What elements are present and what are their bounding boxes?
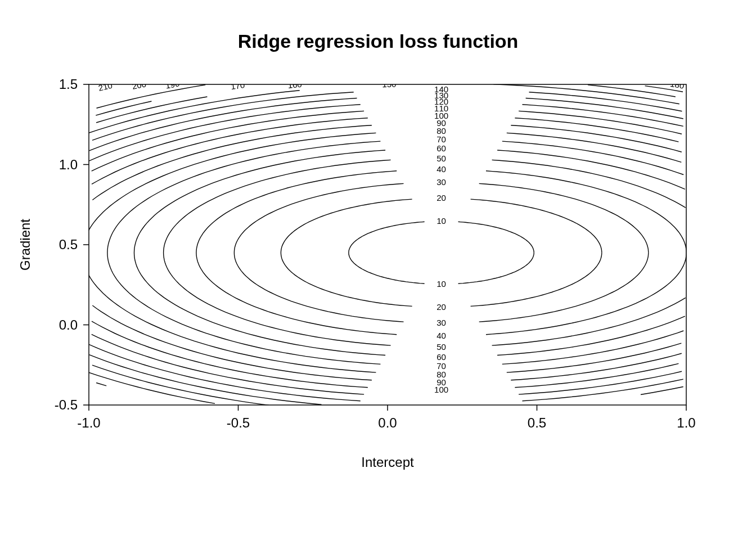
contour-line: [458, 253, 534, 284]
contour-line: [107, 141, 381, 364]
contour-line: [349, 222, 425, 284]
contour-line: [281, 199, 412, 306]
contour-label: 30: [436, 318, 446, 327]
contour-line: [92, 365, 269, 405]
y-tick-label: 1.0: [59, 157, 78, 172]
contour-line: [234, 183, 403, 322]
contour-label: 160: [287, 79, 303, 90]
contour-line: [89, 344, 361, 400]
contour-line: [523, 379, 683, 401]
contour-line: [523, 105, 683, 127]
contour-line: [89, 372, 215, 403]
x-tick-label: 0.5: [528, 415, 546, 430]
contour-line: [507, 133, 682, 162]
contour-line: [196, 171, 397, 335]
contour-label: 210: [97, 80, 113, 93]
x-tick-label: 1.0: [677, 415, 695, 430]
contour-line: [502, 141, 683, 174]
contour-line: [479, 253, 649, 322]
contour-label: 20: [436, 302, 446, 312]
contour-line: [92, 305, 372, 380]
contour-line: [511, 125, 682, 152]
contour-label: 180: [669, 79, 685, 91]
contour-line: [519, 371, 682, 394]
contour-line: [502, 331, 683, 364]
contour-line: [492, 160, 686, 208]
contour-line: [641, 387, 683, 395]
x-tick-label: 0.0: [378, 415, 397, 430]
contour-label: 10: [436, 279, 446, 289]
contour-line: [89, 133, 376, 230]
y-tick-label: 0.5: [59, 237, 78, 252]
contour-label: 170: [230, 80, 245, 91]
contour-line: [89, 91, 300, 133]
contour-line: [492, 298, 686, 345]
contour-line: [529, 92, 682, 111]
contour-line: [164, 160, 391, 345]
contour-line: [96, 101, 151, 115]
contour-label: 20: [436, 193, 446, 202]
contour-label: 10: [436, 216, 446, 226]
contour-line: [588, 85, 676, 97]
contour-plot: Ridge regression loss function -1.0-0.50…: [0, 0, 756, 540]
contour-line: [493, 84, 679, 104]
y-tick-label: 1.5: [59, 76, 78, 92]
contour-label: 50: [436, 342, 446, 352]
contour-label: 40: [436, 331, 446, 340]
chart-title: Ridge regression loss function: [238, 30, 519, 52]
contour-label: 140: [434, 84, 448, 94]
contour-line: [526, 98, 683, 119]
contour-label: 200: [131, 79, 147, 91]
contour-line: [515, 363, 678, 387]
x-tick-label: -0.5: [227, 415, 250, 430]
contour-line: [511, 353, 682, 380]
contour-line: [89, 275, 376, 372]
contour-line: [479, 183, 649, 253]
contour-line: [458, 222, 534, 253]
contour-line: [92, 125, 372, 200]
contour-line: [519, 111, 682, 134]
contour-label: 60: [436, 143, 446, 153]
y-axis-label: Gradient: [17, 219, 33, 271]
contour-label: 70: [436, 134, 446, 144]
contour-line: [96, 97, 207, 123]
contour-label: 30: [436, 177, 446, 187]
x-tick-label: -1.0: [77, 415, 100, 430]
contour-label: 40: [436, 164, 446, 174]
contour-line: [486, 171, 686, 253]
contour-label: 50: [436, 154, 446, 163]
contour-line: [497, 150, 685, 189]
contour-line: [497, 316, 685, 355]
y-tick-label: 0.0: [59, 317, 78, 332]
chart-container: Ridge regression loss function -1.0-0.50…: [0, 0, 756, 540]
y-tick-label: -0.5: [55, 397, 78, 412]
contour-label: 60: [436, 352, 446, 362]
contour-line: [515, 118, 678, 142]
x-axis-label: Intercept: [361, 454, 414, 470]
contour-line: [507, 343, 682, 372]
contour-label: 100: [434, 385, 448, 394]
contour-line: [486, 253, 686, 334]
contour-line: [96, 383, 106, 386]
